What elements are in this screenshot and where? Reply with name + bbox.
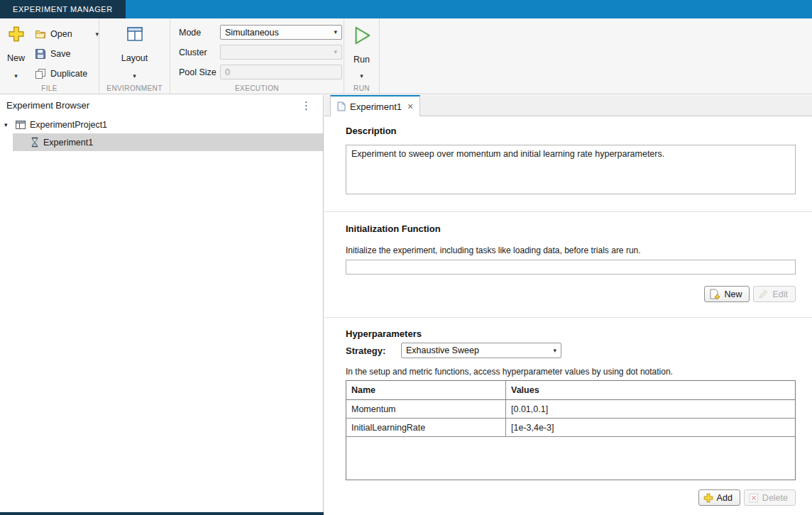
chevron-down-icon: ▾: [334, 49, 337, 55]
titlebar: EXPERIMENT MANAGER: [0, 0, 812, 18]
document-tabstrip: Experiment1 ×: [324, 95, 812, 116]
mode-value: Simultaneous: [225, 28, 334, 38]
chevron-down-icon: ▾: [334, 29, 337, 35]
add-hyperparameter-button[interactable]: Add: [698, 489, 740, 506]
section-label-environment: ENVIRONMENT: [99, 84, 170, 92]
experiment-tree: ▾ ExperimentProject1 Experiment1: [0, 116, 323, 151]
delete-hyperparameter-button[interactable]: Delete: [744, 489, 796, 506]
tree-item-experiment[interactable]: Experiment1: [13, 133, 323, 151]
strategy-dropdown[interactable]: Exhaustive Sweep ▾: [401, 343, 561, 358]
tree-item-label: ExperimentProject1: [30, 120, 107, 130]
experiment-browser-title: Experiment Browser: [6, 100, 89, 111]
pool-size-label: Pool Size: [179, 67, 220, 77]
toolstrip: New ▾ Open ▾ Save: [0, 18, 812, 94]
tree-item-label: Experiment1: [43, 138, 93, 148]
hyperparameters-table: Name Values Momentum [0.01,0.1] InitialL…: [346, 380, 796, 480]
function-new-icon: [709, 289, 720, 300]
toolstrip-section-run: Run ▾ RUN: [344, 18, 380, 94]
section-label-run: RUN: [344, 84, 379, 92]
kebab-menu-icon[interactable]: ⋮: [301, 100, 312, 111]
chevron-down-icon[interactable]: ▾: [14, 73, 18, 79]
experiment-document: Description Experiment to sweep over mom…: [324, 116, 812, 515]
tab-label: Experiment1: [350, 101, 402, 112]
table-empty-area: [346, 437, 795, 480]
new-button-label: New: [7, 53, 25, 63]
table-cell-values[interactable]: [0.01,0.1]: [506, 400, 795, 418]
chevron-down-icon[interactable]: ▾: [95, 31, 99, 38]
tree-item-project[interactable]: ▾ ExperimentProject1: [0, 116, 323, 133]
section-divider: [324, 211, 812, 212]
chevron-down-icon[interactable]: ▾: [360, 73, 363, 79]
layout-button-label: Layout: [121, 53, 148, 63]
save-button[interactable]: Save: [33, 47, 99, 61]
toolstrip-section-file: New ▾ Open ▾ Save: [0, 18, 99, 94]
bottom-edge-strip: [0, 512, 324, 515]
init-new-label: New: [724, 289, 742, 299]
mode-label: Mode: [179, 28, 220, 38]
chevron-down-icon: ▾: [553, 348, 556, 354]
save-icon: [35, 48, 46, 60]
table-row[interactable]: Momentum [0.01,0.1]: [346, 400, 795, 419]
toolstrip-section-environment: Layout ▾ ENVIRONMENT: [99, 18, 170, 94]
add-button-label: Add: [717, 493, 733, 503]
description-textarea[interactable]: Experiment to sweep over momentum and in…: [346, 145, 796, 194]
toolstrip-filler: [380, 18, 812, 94]
strategy-value: Exhaustive Sweep: [406, 345, 553, 355]
duplicate-button-label: Duplicate: [50, 69, 87, 79]
table-header-name[interactable]: Name: [346, 381, 506, 399]
initialization-hint: Initialize the experiment, including tas…: [346, 245, 796, 255]
description-heading: Description: [346, 126, 796, 136]
hyperparameters-hint: In the setup and metric functions, acces…: [346, 367, 796, 377]
run-button[interactable]: Run ▾: [346, 24, 378, 79]
delete-icon: [749, 493, 759, 503]
init-new-button[interactable]: New: [704, 286, 750, 302]
duplicate-icon: [35, 68, 46, 79]
initialization-function-input[interactable]: [346, 260, 796, 275]
section-divider: [324, 317, 812, 318]
table-header-values[interactable]: Values: [506, 381, 795, 399]
experiment-icon: [30, 137, 40, 148]
close-icon[interactable]: ×: [407, 101, 413, 112]
add-icon: [703, 493, 713, 503]
toolstrip-section-execution: Mode Simultaneous ▾ Cluster ▾ Pool Size …: [170, 18, 344, 94]
initialization-heading: Initialization Function: [346, 223, 796, 234]
experiment-browser-panel: Experiment Browser ⋮ ▾ ExperimentProject…: [0, 95, 324, 515]
document-panel: Experiment1 × Description Experiment to …: [324, 95, 812, 515]
open-button[interactable]: Open ▾: [33, 27, 99, 41]
cluster-label: Cluster: [179, 48, 220, 57]
duplicate-button[interactable]: Duplicate: [33, 67, 99, 81]
run-button-label: Run: [353, 55, 370, 65]
document-icon: [337, 101, 346, 111]
table-cell-name[interactable]: Momentum: [346, 400, 506, 418]
tree-expand-icon[interactable]: ▾: [4, 121, 11, 128]
init-edit-label: Edit: [772, 289, 788, 299]
new-button[interactable]: New ▾: [3, 24, 29, 79]
edit-icon: [758, 289, 769, 299]
chevron-down-icon[interactable]: ▾: [133, 73, 136, 79]
layout-icon: [126, 26, 143, 43]
pool-size-input[interactable]: [220, 65, 342, 79]
project-icon: [15, 119, 26, 131]
open-button-label: Open: [50, 29, 72, 39]
layout-button[interactable]: Layout ▾: [115, 24, 155, 79]
cluster-dropdown[interactable]: ▾: [220, 45, 342, 60]
init-edit-button[interactable]: Edit: [753, 286, 796, 302]
delete-button-label: Delete: [762, 493, 788, 503]
table-cell-name[interactable]: InitialLearningRate: [346, 419, 506, 436]
hyperparameters-heading: Hyperparameters: [346, 328, 796, 339]
section-label-execution: EXECUTION: [170, 84, 344, 92]
folder-open-icon: [35, 28, 46, 40]
run-icon: [352, 26, 372, 45]
app-tab-experiment-manager[interactable]: EXPERIMENT MANAGER: [0, 0, 126, 18]
section-label-file: FILE: [0, 84, 99, 92]
strategy-label: Strategy:: [346, 345, 401, 356]
table-header-row: Name Values: [346, 381, 795, 400]
tab-experiment1[interactable]: Experiment1 ×: [330, 95, 420, 116]
table-row[interactable]: InitialLearningRate [1e-3,4e-3]: [346, 419, 795, 437]
plus-icon: [8, 26, 25, 43]
mode-dropdown[interactable]: Simultaneous ▾: [220, 25, 342, 40]
table-cell-values[interactable]: [1e-3,4e-3]: [506, 419, 795, 436]
save-button-label: Save: [50, 49, 71, 59]
